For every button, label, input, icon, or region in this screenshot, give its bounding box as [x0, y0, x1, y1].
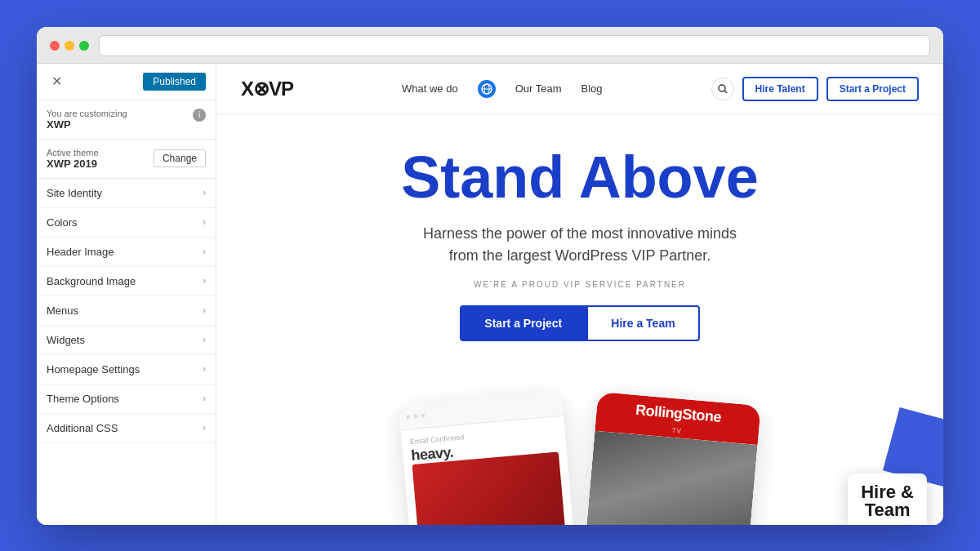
- phone-mockup-right: RollingStone TV HIRE & GLOBAL 2018: [576, 391, 761, 524]
- nav-blog[interactable]: Blog: [581, 82, 603, 95]
- customizer-menu-item[interactable]: Header Image›: [37, 238, 216, 267]
- nav-our-team[interactable]: Our Team: [515, 82, 562, 95]
- hire-team-line1: Hire &: [861, 483, 914, 501]
- close-icon[interactable]: ✕: [47, 72, 66, 91]
- chevron-right-icon: ›: [203, 187, 206, 198]
- chevron-right-icon: ›: [203, 334, 206, 345]
- svg-line-4: [724, 91, 727, 93]
- minimize-dot[interactable]: [65, 41, 74, 51]
- globe-icon: [478, 80, 496, 98]
- customizer-header: ✕ Published: [37, 64, 216, 100]
- chevron-right-icon: ›: [203, 246, 206, 257]
- phone-right-inner: RollingStone TV HIRE & GLOBAL 2018: [576, 391, 761, 524]
- customizer-menu-item[interactable]: Background Image›: [37, 267, 216, 296]
- hire-team-cta[interactable]: Hire a Team: [586, 305, 699, 341]
- chevron-right-icon: ›: [203, 216, 206, 228]
- start-project-button[interactable]: Start a Project: [826, 77, 919, 101]
- published-button[interactable]: Published: [143, 73, 206, 91]
- chevron-right-icon: ›: [203, 422, 206, 433]
- browser-content: ✕ Published You are customizing XWP i Ac…: [37, 64, 943, 525]
- change-theme-button[interactable]: Change: [154, 149, 206, 167]
- customizer-menu-item[interactable]: Site Identity›: [37, 179, 216, 208]
- svg-point-3: [719, 85, 725, 91]
- start-project-cta[interactable]: Start a Project: [460, 305, 586, 341]
- vip-badge: WE'RE A PROUD VIP SERVICE PARTNER: [241, 280, 919, 289]
- menu-item-label: Widgets: [47, 334, 85, 346]
- customizer-site-name: XWP: [47, 118, 127, 131]
- active-theme-name: XWP 2019: [47, 158, 99, 170]
- chevron-right-icon: ›: [203, 363, 206, 375]
- phones-section: Email Confirmed heavy. Jimmy Kimmel's 20…: [216, 382, 943, 525]
- chevron-right-icon: ›: [203, 304, 206, 316]
- customizer-menu-item[interactable]: Colors›: [37, 208, 216, 238]
- menu-item-label: Homepage Settings: [47, 363, 140, 375]
- customizer-info: You are customizing XWP i: [37, 100, 216, 140]
- site-logo: X⊗VP: [241, 78, 293, 100]
- url-bar[interactable]: [99, 35, 930, 56]
- phone-left-inner: Email Confirmed heavy. Jimmy Kimmel's 20…: [399, 391, 584, 524]
- menu-item-label: Colors: [47, 216, 78, 229]
- active-theme-label: Active theme: [47, 148, 99, 158]
- site-nav: What we do Our Team Blog: [402, 80, 603, 98]
- rolling-stone-content: HIRE & GLOBAL 2018: [576, 430, 758, 524]
- hero-buttons: Start a Project Hire a Team: [241, 305, 919, 341]
- main-preview: X⊗VP What we do Our Team Blog: [216, 64, 943, 525]
- customizer-menu-item[interactable]: Homepage Settings›: [37, 355, 216, 384]
- hire-team-overlay: Hire & Team: [848, 473, 927, 525]
- website-preview: X⊗VP What we do Our Team Blog: [216, 64, 943, 525]
- maximize-dot[interactable]: [79, 41, 89, 51]
- menu-item-label: Header Image: [47, 246, 114, 258]
- customizer-menu-item[interactable]: Widgets›: [37, 326, 216, 355]
- rolling-stone-image: HIRE & GLOBAL 2018: [583, 430, 757, 524]
- close-dot[interactable]: [50, 41, 60, 51]
- hire-team-line2: Team: [861, 501, 914, 519]
- customizer-menu-item[interactable]: Theme Options›: [37, 384, 216, 414]
- customizer-sidebar: ✕ Published You are customizing XWP i Ac…: [37, 64, 216, 525]
- browser-window: ✕ Published You are customizing XWP i Ac…: [37, 27, 943, 525]
- hero-subtitle: Harness the power of the most innovative…: [241, 223, 919, 267]
- customizer-menu-item[interactable]: Additional CSS›: [37, 414, 216, 443]
- logo-text: X⊗VP: [241, 78, 293, 100]
- browser-traffic-lights: [50, 41, 89, 51]
- phone-mockup-left: Email Confirmed heavy. Jimmy Kimmel's 20…: [399, 391, 584, 524]
- nav-what-we-do[interactable]: What we do: [402, 82, 458, 95]
- search-icon[interactable]: [711, 78, 734, 100]
- customizing-label: You are customizing: [47, 109, 127, 118]
- menu-item-label: Background Image: [47, 275, 136, 287]
- hero-section: Stand Above Harness the power of the mos…: [216, 115, 943, 382]
- browser-chrome: [37, 27, 943, 64]
- hero-title: Stand Above: [241, 148, 919, 207]
- customizer-menu: Site Identity›Colors›Header Image›Backgr…: [37, 179, 216, 525]
- chevron-right-icon: ›: [203, 393, 206, 404]
- phone-left-body: Email Confirmed heavy. Jimmy Kimmel's 20…: [401, 415, 585, 524]
- menu-item-label: Menus: [47, 304, 78, 317]
- menu-item-label: Site Identity: [47, 187, 102, 199]
- info-icon[interactable]: i: [193, 109, 206, 122]
- customizer-menu-item[interactable]: Menus›: [37, 296, 216, 326]
- menu-item-label: Additional CSS: [47, 422, 118, 434]
- active-theme-section: Active theme XWP 2019 Change: [37, 140, 216, 179]
- chevron-right-icon: ›: [203, 275, 206, 287]
- menu-item-label: Theme Options: [47, 393, 119, 405]
- site-actions: Hire Talent Start a Project: [711, 77, 920, 101]
- site-header: X⊗VP What we do Our Team Blog: [216, 64, 943, 115]
- hire-talent-button[interactable]: Hire Talent: [742, 77, 818, 101]
